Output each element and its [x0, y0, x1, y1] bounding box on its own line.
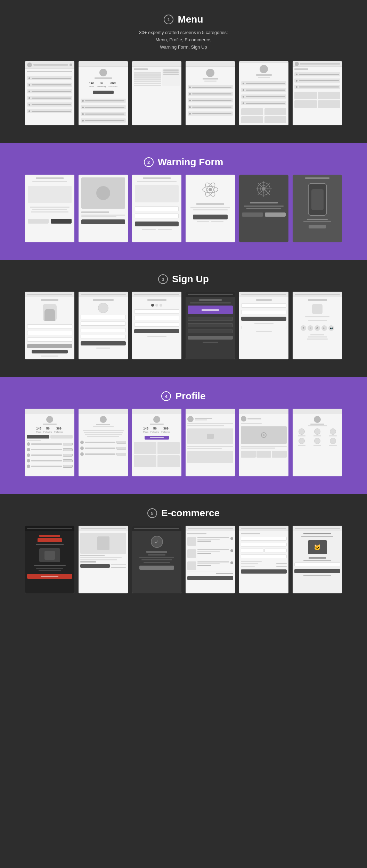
- screen-warning-6: [293, 175, 342, 242]
- section-menu-header: 1 Menu: [21, 14, 346, 25]
- svg-point-0: [209, 188, 212, 191]
- section-profile: 4 Profile 148Posts 56Following 369Follow…: [0, 377, 367, 494]
- screen-signup-6: f t G in 📷: [293, 292, 342, 359]
- section-menu: 1 Menu 30+ expertly crafted screens in 5…: [0, 0, 367, 143]
- screen-ecom-3: ✓: [132, 526, 181, 593]
- screen-profile-4: [186, 409, 235, 476]
- screen-profile-3: 148Posts 56Following 369Followers: [132, 409, 181, 476]
- screen-warning-4: [186, 175, 235, 242]
- section-number-5: 5: [147, 508, 157, 518]
- screen-ecom-4: [186, 526, 235, 593]
- screen-menu-4: [186, 61, 235, 125]
- screen-ecom-5: [239, 526, 288, 593]
- screen-menu-6: [293, 61, 342, 125]
- ecommerce-screens-row: ✓: [21, 526, 346, 593]
- screen-warning-1: [25, 175, 74, 242]
- screen-menu-3: [132, 61, 181, 125]
- menu-screens-row: 148Posts 56Following 369Followers: [21, 61, 346, 125]
- screen-profile-2: [79, 409, 128, 476]
- screen-signup-1: [25, 292, 74, 359]
- section-signup-header: 3 Sign Up: [21, 274, 346, 285]
- screen-warning-3: [132, 175, 181, 242]
- section-profile-header: 4 Profile: [21, 391, 346, 402]
- section-signup: 3 Sign Up: [0, 260, 367, 377]
- section-title-ecommerce: E-commerce: [161, 508, 220, 519]
- screen-ecom-6: 🐱: [293, 526, 342, 593]
- screen-menu-5: [239, 61, 288, 125]
- section-warning-header: 2 Warning Form: [21, 157, 346, 168]
- screen-profile-6: [293, 409, 342, 476]
- screen-signup-4: [186, 292, 235, 359]
- section-warning: 2 Warning Form: [0, 143, 367, 260]
- screen-profile-1: 148Posts 56Following 369Followers: [25, 409, 74, 476]
- section-ecommerce: 5 E-commerce: [0, 494, 367, 614]
- section-number-1: 1: [164, 15, 173, 24]
- section-title-warning: Warning Form: [158, 157, 223, 168]
- screen-menu-1: [25, 61, 74, 125]
- section-subtitle-menu: 30+ expertly crafted screens in 5 catego…: [21, 29, 346, 51]
- section-ecommerce-header: 5 E-commerce: [21, 508, 346, 519]
- section-title-signup: Sign Up: [172, 274, 209, 285]
- screen-warning-5: [239, 175, 288, 242]
- screen-signup-2: [79, 292, 128, 359]
- section-number-2: 2: [144, 157, 154, 167]
- screen-warning-2: [79, 175, 128, 242]
- section-number-4: 4: [161, 391, 171, 401]
- screen-ecom-1: [25, 526, 74, 593]
- warning-screens-row: [21, 175, 346, 242]
- section-title-menu: Menu: [178, 14, 203, 25]
- screen-signup-5: [239, 292, 288, 359]
- section-title-profile: Profile: [175, 391, 205, 402]
- signup-screens-row: f t G in 📷: [21, 292, 346, 359]
- section-number-3: 3: [158, 274, 168, 284]
- screen-menu-2: 148Posts 56Following 369Followers: [79, 61, 128, 125]
- screen-signup-3: [132, 292, 181, 359]
- profile-screens-row: 148Posts 56Following 369Followers: [21, 409, 346, 476]
- screen-profile-5: [239, 409, 288, 476]
- screen-ecom-2: [79, 526, 128, 593]
